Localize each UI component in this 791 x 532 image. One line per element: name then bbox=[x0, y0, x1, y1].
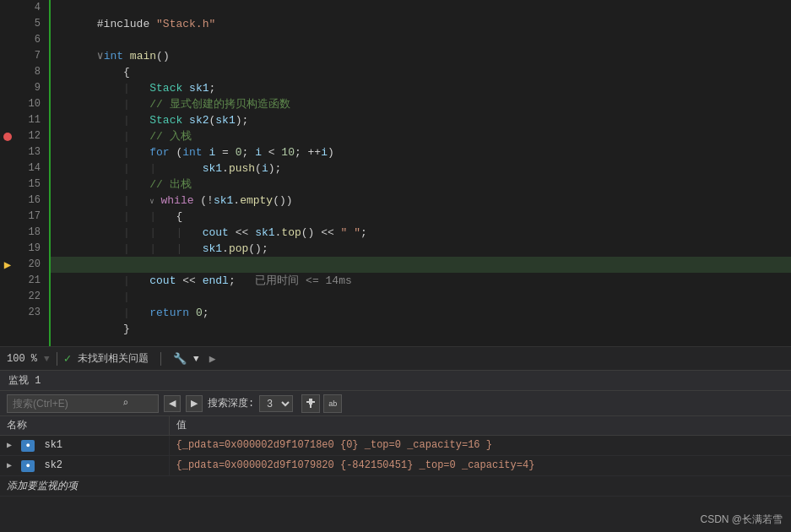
add-watch-row[interactable]: 添加要监视的项 bbox=[0, 475, 791, 496]
code-line-14[interactable]: | // 出栈 bbox=[51, 160, 791, 176]
line-numbers: 4 5 6 7 8 9 10 11 12 13 14 15 16 17 18 1… bbox=[15, 0, 51, 346]
issues-text: 未找到相关问题 bbox=[78, 351, 149, 366]
col-value-header: 值 bbox=[169, 416, 791, 435]
line-num-23: 23 bbox=[22, 305, 41, 321]
build-icon[interactable]: 🔧 bbox=[173, 352, 187, 366]
bp-line-18 bbox=[0, 225, 15, 241]
code-line-8[interactable]: | Stack sk1; bbox=[51, 64, 791, 80]
code-line-21[interactable]: | bbox=[51, 273, 791, 289]
bp-line-23 bbox=[0, 305, 15, 321]
pin-icon bbox=[306, 399, 316, 409]
code-line-6[interactable]: ∨int main() bbox=[51, 32, 791, 48]
code-line-12[interactable]: | for (int i = 0; i < 10; ++i) bbox=[51, 128, 791, 144]
search-back-btn[interactable]: ◀ bbox=[164, 395, 181, 412]
line-num-4: 4 bbox=[22, 0, 41, 16]
code-line-22[interactable]: | return 0; bbox=[51, 289, 791, 305]
bp-line-9 bbox=[0, 80, 15, 96]
bp-line-7 bbox=[0, 48, 15, 64]
bp-line-20: ▶ bbox=[0, 257, 15, 273]
line-num-8: 8 bbox=[22, 64, 41, 80]
watch-row-sk2-name[interactable]: ▶ ● sk2 bbox=[0, 455, 169, 475]
bp-line-12 bbox=[0, 128, 15, 144]
bp-line-4 bbox=[0, 0, 15, 16]
line-num-11: 11 bbox=[22, 112, 41, 128]
watch-panel: 监视 1 ⌕ ◀ ▶ 搜索深度: 3 1 2 4 5 ab bbox=[0, 370, 791, 532]
line-num-15: 15 bbox=[22, 176, 41, 193]
code-line-10[interactable]: | Stack sk2(sk1); bbox=[51, 96, 791, 112]
line-num-10: 10 bbox=[22, 96, 41, 112]
breakpoint-indicator bbox=[3, 133, 12, 141]
bp-line-6 bbox=[0, 32, 15, 48]
search-input[interactable] bbox=[13, 398, 122, 410]
watch-row-sk2-value: {_pdata=0x000002d9f1079820 {-842150451} … bbox=[169, 455, 791, 475]
line-num-6: 6 bbox=[22, 32, 41, 48]
abc-icon: ab bbox=[328, 399, 337, 408]
code-line-18[interactable]: | | | sk1.pop(); bbox=[51, 225, 791, 241]
status-bar: 100 % ▼ ✓ 未找到相关问题 🔧 ▼ ▶ bbox=[0, 346, 791, 370]
code-line-11[interactable]: | // 入栈 bbox=[51, 112, 791, 128]
bp-line-16 bbox=[0, 193, 15, 209]
editor-area: ▶ 4 5 6 7 8 9 10 11 12 13 14 15 16 17 18… bbox=[0, 0, 791, 346]
line-num-22: 22 bbox=[22, 289, 41, 305]
line-num-12: 12 bbox=[22, 128, 41, 144]
bp-line-22 bbox=[0, 289, 15, 305]
play-btn[interactable]: ▶ bbox=[209, 352, 216, 366]
bp-line-10 bbox=[0, 96, 15, 112]
svg-rect-1 bbox=[310, 404, 312, 408]
line-num-18: 18 bbox=[22, 225, 41, 241]
add-watch-label[interactable]: 添加要监视的项 bbox=[0, 475, 791, 496]
pin-icon-btn[interactable] bbox=[301, 394, 320, 413]
code-line-5[interactable] bbox=[51, 16, 791, 32]
bp-line-11 bbox=[0, 112, 15, 128]
line-num-19: 19 bbox=[22, 241, 41, 257]
code-line-7[interactable]: { bbox=[51, 48, 791, 64]
search-fwd-btn[interactable]: ▶ bbox=[186, 395, 203, 412]
zoom-level: 100 % bbox=[7, 353, 37, 365]
bp-line-15 bbox=[0, 176, 15, 193]
var-icon-sk1: ● bbox=[21, 440, 35, 452]
bp-line-19 bbox=[0, 241, 15, 257]
line-num-13: 13 bbox=[22, 144, 41, 160]
line-num-7: 7 bbox=[22, 48, 41, 64]
var-icon-sk2: ● bbox=[21, 460, 35, 472]
code-line-19[interactable]: | | } bbox=[51, 241, 791, 257]
divider2 bbox=[160, 352, 161, 366]
bp-line-8 bbox=[0, 64, 15, 80]
depth-select[interactable]: 3 1 2 4 5 bbox=[259, 395, 293, 412]
code-line-9[interactable]: | // 显式创建的拷贝构造函数 bbox=[51, 80, 791, 96]
expand-icon-sk2[interactable]: ▶ bbox=[7, 461, 12, 470]
line-num-16: 16 bbox=[22, 193, 41, 209]
watch-row-sk1-value: {_pdata=0x000002d9f10718e0 {0} _top=0 _c… bbox=[169, 435, 791, 455]
svg-rect-2 bbox=[306, 401, 315, 403]
line-num-17: 17 bbox=[22, 209, 41, 225]
bp-line-14 bbox=[0, 160, 15, 176]
code-line-4[interactable]: #include "Stack.h" bbox=[51, 0, 791, 16]
breakpoint-gutter: ▶ bbox=[0, 0, 15, 346]
watch-row-sk1[interactable]: ▶ ● sk1 {_pdata=0x000002d9f10718e0 {0} _… bbox=[0, 435, 791, 455]
code-editor[interactable]: #include "Stack.h" ∨int main() { | Stack… bbox=[51, 0, 791, 346]
abc-icon-btn[interactable]: ab bbox=[323, 394, 342, 413]
watermark: CSDN @长满若雪 bbox=[700, 513, 783, 527]
search-icon[interactable]: ⌕ bbox=[122, 397, 128, 410]
current-line-arrow: ▶ bbox=[4, 258, 11, 272]
divider bbox=[57, 352, 57, 366]
bp-line-5 bbox=[0, 16, 15, 32]
code-line-13[interactable]: | | sk1.push(i); bbox=[51, 144, 791, 160]
bp-line-21 bbox=[0, 273, 15, 289]
code-line-23[interactable]: } bbox=[51, 305, 791, 321]
line-num-20: 20 bbox=[22, 257, 41, 273]
code-line-20[interactable]: | cout << endl; 已用时间 <= 14ms bbox=[51, 257, 791, 273]
bp-line-13 bbox=[0, 144, 15, 160]
code-line-16[interactable]: | | { bbox=[51, 193, 791, 209]
code-line-17[interactable]: | | | cout << sk1.top() << " "; bbox=[51, 209, 791, 225]
code-line-15[interactable]: | ∨ while (!sk1.empty()) bbox=[51, 176, 791, 193]
watch-title: 监视 1 bbox=[0, 371, 791, 391]
watch-toolbar: ⌕ ◀ ▶ 搜索深度: 3 1 2 4 5 ab bbox=[0, 391, 791, 416]
search-box[interactable]: ⌕ bbox=[7, 394, 159, 413]
watch-table: 名称 值 ▶ ● sk1 {_pdata=0x000002d9f10718e0 … bbox=[0, 416, 791, 497]
build-dropdown[interactable]: ▼ bbox=[193, 354, 199, 364]
bp-line-17 bbox=[0, 209, 15, 225]
expand-icon-sk1[interactable]: ▶ bbox=[7, 441, 12, 450]
watch-row-sk1-name[interactable]: ▶ ● sk1 bbox=[0, 435, 169, 455]
watch-row-sk2[interactable]: ▶ ● sk2 {_pdata=0x000002d9f1079820 {-842… bbox=[0, 455, 791, 475]
